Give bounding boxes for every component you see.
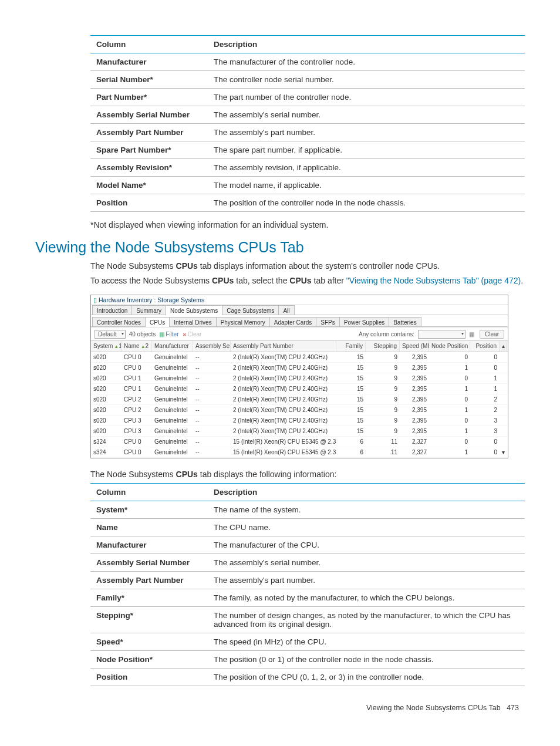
intro-paragraph: The Node Subsystems CPUs tab displays in… <box>90 261 525 272</box>
main-tab[interactable]: Node Subsystems <box>166 305 222 315</box>
col-desc: The CPU name. <box>208 519 525 536</box>
controller-node-table: Column Description ManufacturerThe manuf… <box>90 35 525 212</box>
grid-header-row: System▲1 Name▲2 Manufacturer Assembly Se… <box>91 340 508 352</box>
contains-dropdown[interactable] <box>418 330 465 339</box>
grid-row[interactable]: s020CPU 1GenuineIntel--2 (Intel(R) Xeon(… <box>91 384 508 394</box>
col-name: Assembly Revision* <box>90 159 208 177</box>
view-dropdown[interactable]: Default <box>95 330 126 339</box>
sub-tab[interactable]: SFPs <box>316 317 339 327</box>
col-desc: The speed (in MHz) of the CPU. <box>208 633 525 651</box>
main-tab-strip: IntroductionSummaryNode SubsystemsCage S… <box>91 305 508 315</box>
col-name: Node Position* <box>90 651 208 669</box>
col-name: Name <box>90 519 208 536</box>
grid-row[interactable]: s324CPU 0GenuineIntel--15 (Intel(R) Xeon… <box>91 437 508 447</box>
col-name: Serial Number* <box>90 71 208 89</box>
filter-link[interactable]: Filter <box>159 331 178 337</box>
main-tab[interactable]: Cage Subsystems <box>222 305 279 315</box>
col-desc: The assembly's part number. <box>208 124 525 141</box>
col-apn[interactable]: Assembly Part Number <box>231 341 336 352</box>
col-desc: The family, as noted by the manufacturer… <box>208 589 525 607</box>
sub-tab[interactable]: Internal Drives <box>169 317 216 327</box>
col-name: Family* <box>90 589 208 607</box>
sub-tab[interactable]: Physical Memory <box>216 317 270 327</box>
window-title: ▯ Hardware Inventory : Storage Systems <box>91 295 508 305</box>
col-nodepos[interactable]: Node Position <box>429 341 470 352</box>
section-heading: Viewing the Node Subsystems CPUs Tab <box>35 239 525 256</box>
table-row: Family*The family, as noted by the manuf… <box>90 589 525 607</box>
main-tab[interactable]: Introduction <box>92 305 132 315</box>
col-header: Description <box>208 484 525 501</box>
col-stepping[interactable]: Stepping <box>366 341 400 352</box>
xref-link[interactable]: "Viewing the Node Subsystems Tab" (page … <box>346 276 521 285</box>
sort-asc-icon: ▲ <box>141 344 146 349</box>
scrollbar[interactable]: ▴ <box>500 341 507 352</box>
grid-row[interactable]: s020CPU 3GenuineIntel--2 (Intel(R) Xeon(… <box>91 426 508 437</box>
col-family[interactable]: Family <box>336 341 366 352</box>
col-name: Assembly Part Number <box>90 572 208 589</box>
filter-icon <box>159 331 166 337</box>
sub-tab[interactable]: Batteries <box>389 317 421 327</box>
table-row: Serial Number*The controller node serial… <box>90 71 525 89</box>
col-desc: The spare part number, if applicable. <box>208 141 525 159</box>
grid-row[interactable]: s020CPU 0GenuineIntel--2 (Intel(R) Xeon(… <box>91 363 508 373</box>
col-desc: The position of the controller node in t… <box>208 194 525 212</box>
col-desc: The assembly's part number. <box>208 572 525 589</box>
col-system[interactable]: System▲1 <box>91 341 122 352</box>
sub-tab[interactable]: Adapter Cards <box>269 317 316 327</box>
table-row: Stepping*The number of design changes, a… <box>90 607 525 633</box>
col-desc: The position of the CPU (0, 1, 2, or 3) … <box>208 669 525 686</box>
grid-row[interactable]: s020CPU 2GenuineIntel--2 (Intel(R) Xeon(… <box>91 405 508 416</box>
col-desc: The position (0 or 1) of the controller … <box>208 651 525 669</box>
columns-icon[interactable] <box>469 331 476 337</box>
col-header: Column <box>90 36 208 53</box>
col-name: Part Number* <box>90 89 208 106</box>
col-speed[interactable]: Speed (MHz) <box>400 341 429 352</box>
col-name[interactable]: Name▲2 <box>122 341 152 352</box>
table-row: Node Position*The position (0 or 1) of t… <box>90 651 525 669</box>
table-row: Model Name*The model name, if applicable… <box>90 177 525 194</box>
clear-button[interactable]: Clear <box>480 330 504 339</box>
col-name: Assembly Serial Number <box>90 106 208 124</box>
clear-link[interactable]: Clear <box>183 331 202 337</box>
grid-row[interactable]: s020CPU 3GenuineIntel--2 (Intel(R) Xeon(… <box>91 416 508 426</box>
col-desc: The name of the system. <box>208 501 525 519</box>
main-tab[interactable]: Summary <box>131 305 166 315</box>
col-name: Manufacturer <box>90 53 208 71</box>
col-desc: The assembly's serial number. <box>208 554 525 572</box>
sub-tab[interactable]: Controller Nodes <box>92 317 146 327</box>
grid-row[interactable]: s020CPU 1GenuineIntel--2 (Intel(R) Xeon(… <box>91 373 508 384</box>
col-name: Model Name* <box>90 177 208 194</box>
main-tab[interactable]: All <box>278 305 294 315</box>
col-manufacturer[interactable]: Manufacturer <box>152 341 193 352</box>
grid-toolbar: Default 40 objects Filter Clear Any colu… <box>91 328 508 340</box>
table-row: NameThe CPU name. <box>90 519 525 536</box>
embedded-screenshot: ▯ Hardware Inventory : Storage Systems I… <box>90 295 508 458</box>
sub-tab[interactable]: CPUs <box>145 317 170 327</box>
table-row: PositionThe position of the CPU (0, 1, 2… <box>90 669 525 686</box>
table-row: PositionThe position of the controller n… <box>90 194 525 212</box>
grid-row[interactable]: s020CPU 2GenuineIntel--2 (Intel(R) Xeon(… <box>91 394 508 405</box>
note-text: *Not displayed when viewing information … <box>90 220 525 229</box>
grid-row[interactable]: s324CPU 0GenuineIntel--15 (Intel(R) Xeon… <box>91 447 508 458</box>
col-name: Manufacturer <box>90 536 208 554</box>
table-row: Assembly Revision*The assembly revision,… <box>90 159 525 177</box>
sub-tab[interactable]: Power Supplies <box>339 317 389 327</box>
col-desc: The number of design changes, as noted b… <box>208 607 525 633</box>
col-asn[interactable]: Assembly Serial Number <box>193 341 231 352</box>
grid-row[interactable]: s020CPU 0GenuineIntel--2 (Intel(R) Xeon(… <box>91 352 508 363</box>
col-desc: The assembly's serial number. <box>208 106 525 124</box>
table-row: Assembly Serial NumberThe assembly's ser… <box>90 554 525 572</box>
col-position[interactable]: Position <box>470 341 500 352</box>
grid-body: s020CPU 0GenuineIntel--2 (Intel(R) Xeon(… <box>91 352 508 458</box>
table-row: Speed*The speed (in MHz) of the CPU. <box>90 633 525 651</box>
col-name: System* <box>90 501 208 519</box>
table-row: ManufacturerThe manufacturer of the cont… <box>90 53 525 71</box>
cpu-columns-table: Column Description System*The name of th… <box>90 483 525 686</box>
sub-tab-strip: Controller NodesCPUsInternal DrivesPhysi… <box>91 316 508 327</box>
col-desc: The controller node serial number. <box>208 71 525 89</box>
col-name: Assembly Serial Number <box>90 554 208 572</box>
col-desc: The part number of the controller node. <box>208 89 525 106</box>
col-name: Spare Part Number* <box>90 141 208 159</box>
access-paragraph: To access the Node Subsystems CPUs tab, … <box>90 275 525 286</box>
col-desc: The manufacturer of the CPU. <box>208 536 525 554</box>
